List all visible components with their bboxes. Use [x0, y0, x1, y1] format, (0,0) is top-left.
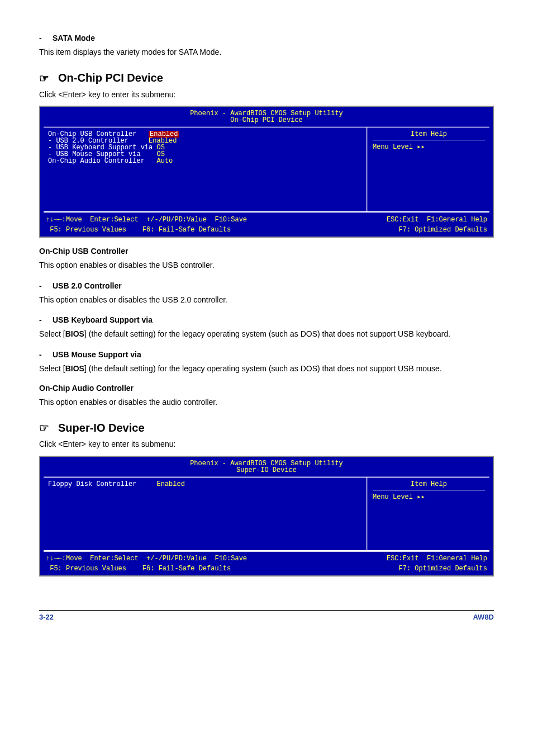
- dash-bullet: -: [39, 315, 53, 324]
- bios-title-line1: Phoenix - AwardBIOS CMOS Setup Utility: [40, 460, 493, 467]
- onchip-pci-title: On-Chip PCI Device: [58, 72, 163, 84]
- bios-title-line2: On-Chip PCI Device: [40, 117, 493, 124]
- bios-bold: BIOS: [65, 329, 84, 338]
- bios-keys-row2: F5: Previous Values F6: Fail-Safe Defaul…: [40, 565, 493, 575]
- bios-keys-left: F5: Previous Values F6: Fail-Safe Defaul…: [46, 226, 399, 233]
- bios-item-help: Item Help: [373, 131, 485, 138]
- usb-mouse-title: USB Mouse Support via: [53, 350, 141, 359]
- usb-mouse-desc: Select [BIOS] (the default setting) for …: [39, 363, 494, 375]
- text-span: ] (the default setting) for the legacy o…: [84, 329, 450, 338]
- usb20-heading: - USB 2.0 Controller: [39, 281, 494, 290]
- dash-bullet: -: [39, 34, 53, 42]
- bios-right-pane: Item Help Menu Level ▸▸: [367, 478, 489, 550]
- bios-body: Floppy Disk Controller Enabled Item Help…: [44, 476, 489, 552]
- bios-item-help: Item Help: [373, 481, 485, 488]
- bios-screenshot-onchip-pci: Phoenix - AwardBIOS CMOS Setup Utility O…: [39, 106, 494, 238]
- dash-bullet: -: [39, 281, 53, 290]
- bios-setting-label: Floppy Disk Controller: [48, 481, 136, 488]
- bios-setting-label: On-Chip Audio Controller: [48, 158, 145, 164]
- onchip-audio-title: On-Chip Audio Controller: [39, 384, 494, 393]
- sata-mode-heading: - SATA Mode: [39, 34, 494, 42]
- hand-pointer-icon: ☞: [39, 421, 58, 434]
- bios-keys-right: F7: Optimized Defaults: [399, 565, 487, 572]
- bios-left-pane: On-Chip USB Controller Enabled - USB 2.0…: [44, 127, 367, 211]
- usb-keyboard-title: USB Keyboard Support via: [53, 315, 153, 324]
- bios-bold: BIOS: [65, 364, 84, 373]
- bios-keys-right: ESC:Exit F1:General Help: [387, 555, 487, 562]
- onchip-pci-intro: Click <Enter> key to enter its submenu:: [39, 89, 494, 101]
- superio-header: ☞ Super-IO Device: [39, 421, 494, 434]
- text-span: ] (the default setting) for the legacy o…: [84, 364, 442, 373]
- sata-mode-title: SATA Mode: [53, 34, 95, 42]
- bios-keys-right: F7: Optimized Defaults: [399, 226, 487, 233]
- bios-keys-row1: ↑↓→←:Move Enter:Select +/-/PU/PD:Value F…: [40, 215, 493, 226]
- bios-keys-row1: ↑↓→←:Move Enter:Select +/-/PU/PD:Value F…: [40, 554, 493, 565]
- superio-intro: Click <Enter> key to enter its submenu:: [39, 439, 494, 450]
- text-span: Select [: [39, 329, 65, 338]
- usb-keyboard-desc: Select [BIOS] (the default setting) for …: [39, 329, 494, 340]
- text-span: Select [: [39, 364, 65, 373]
- superio-title: Super-IO Device: [58, 422, 145, 434]
- bios-screenshot-superio: Phoenix - AwardBIOS CMOS Setup Utility S…: [39, 456, 494, 577]
- bios-body: On-Chip USB Controller Enabled - USB 2.0…: [44, 126, 489, 213]
- hand-pointer-icon: ☞: [39, 72, 58, 85]
- bios-setting-value: Auto: [156, 158, 173, 164]
- onchip-usb-desc: This option enables or disables the USB …: [39, 260, 494, 271]
- bios-title-line2: Super-IO Device: [40, 467, 493, 474]
- onchip-usb-title: On-Chip USB Controller: [39, 247, 494, 256]
- bios-row: Floppy Disk Controller Enabled: [48, 481, 362, 488]
- bios-keys-left: ↑↓→←:Move Enter:Select +/-/PU/PD:Value F…: [46, 555, 387, 562]
- usb-mouse-heading: - USB Mouse Support via: [39, 350, 494, 359]
- dash-bullet: -: [39, 350, 53, 359]
- bios-keys-row2: F5: Previous Values F6: Fail-Safe Defaul…: [40, 226, 493, 237]
- bios-menu-level: Menu Level ▸▸: [373, 494, 485, 500]
- sata-mode-desc: This item displays the variety modes for…: [39, 47, 494, 58]
- page-number: 3-22: [39, 613, 54, 621]
- onchip-pci-header: ☞ On-Chip PCI Device: [39, 72, 494, 85]
- bios-right-pane: Item Help Menu Level ▸▸: [367, 127, 489, 211]
- bios-left-pane: Floppy Disk Controller Enabled: [44, 478, 367, 550]
- usb20-title: USB 2.0 Controller: [53, 281, 122, 290]
- bios-keys-right: ESC:Exit F1:General Help: [387, 216, 487, 223]
- bios-setting-value: Enabled: [156, 481, 184, 488]
- usb20-desc: This option enables or disables the USB …: [39, 295, 494, 306]
- usb-keyboard-heading: - USB Keyboard Support via: [39, 315, 494, 324]
- page-footer: 3-22 AW8D: [39, 610, 494, 621]
- bios-row: On-Chip Audio Controller Auto: [48, 158, 362, 164]
- bios-menu-level: Menu Level ▸▸: [373, 144, 485, 150]
- model-name: AW8D: [473, 613, 494, 621]
- bios-keys-left: F5: Previous Values F6: Fail-Safe Defaul…: [46, 565, 399, 572]
- bios-keys-left: ↑↓→←:Move Enter:Select +/-/PU/PD:Value F…: [46, 216, 387, 223]
- onchip-audio-desc: This option enables or disables the audi…: [39, 397, 494, 408]
